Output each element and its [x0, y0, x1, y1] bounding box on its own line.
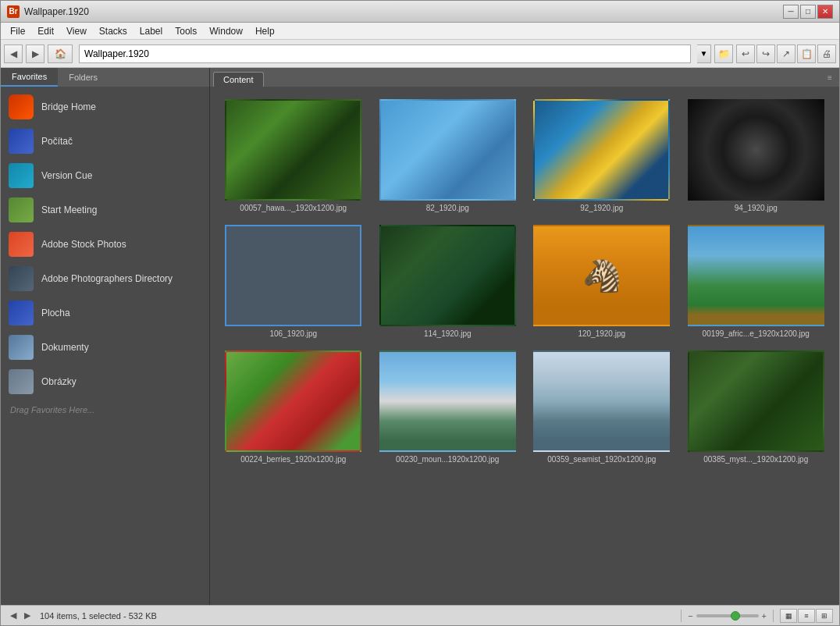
window-controls: ─ □ ✕ — [783, 5, 833, 19]
metadata-button[interactable]: 📋 — [797, 44, 816, 63]
toolbar: ◀ ▶ 🏠 Wallpaper.1920 ▼ 📁 ↩ ↪ ↗ 📋 🖨 — [1, 40, 839, 68]
start-meeting-label: Start Meeting — [41, 205, 97, 215]
statusbar-right: − + ▦ ≡ ⊞ — [678, 609, 833, 623]
pocitac-icon — [9, 129, 34, 154]
thumbnail-item[interactable]: 106_1920.jpg — [222, 225, 365, 338]
thumbnail-image — [225, 99, 361, 201]
sidebar-item-stock-photos[interactable]: Adobe Stock Photos — [1, 227, 209, 261]
thumbnail-item[interactable]: 00057_hawa..._1920x1200.jpg — [222, 99, 365, 212]
thumbnail-filename: 106_1920.jpg — [269, 329, 317, 338]
thumbnail-image — [533, 350, 670, 452]
sidebar-item-dokumenty[interactable]: Dokumenty — [1, 330, 209, 365]
thumbnail-filename: 82_1920.jpg — [426, 204, 469, 212]
content-tab-bar: Content ≡ — [210, 68, 839, 87]
view-btn-list[interactable]: ≡ — [798, 609, 815, 623]
view-btn-grid[interactable]: ▦ — [780, 609, 797, 623]
plocha-icon — [9, 301, 34, 325]
sidebar-item-obrazky[interactable]: Obrázky — [1, 365, 209, 399]
menubar: FileEditViewStacksLabelToolsWindowHelp — [1, 23, 839, 40]
tab-favorites[interactable]: Favorites — [1, 68, 58, 87]
sidebar-item-pocitac[interactable]: Počítač — [1, 124, 209, 158]
content-tab[interactable]: Content — [213, 72, 264, 87]
menu-item-window[interactable]: Window — [203, 24, 249, 38]
browse-button[interactable]: 📁 — [714, 44, 733, 63]
bridge-home-label: Bridge Home — [41, 101, 96, 112]
zoom-plus[interactable]: + — [762, 611, 767, 621]
statusbar-prev[interactable]: ◀ — [7, 610, 20, 622]
view-buttons: ▦ ≡ ⊞ — [780, 609, 833, 623]
sidebar-tabs: Favorites Folders — [1, 68, 209, 87]
obrazky-label: Obrázky — [41, 376, 77, 387]
boost-button[interactable]: ↗ — [777, 44, 796, 63]
sidebar-item-version-cue[interactable]: Version Cue — [1, 158, 209, 193]
thumbnail-filename: 00359_seamist_1920x1200.jpg — [547, 455, 656, 464]
sidebar-item-photographers[interactable]: Adobe Photographers Directory — [1, 261, 209, 296]
thumbnail-filename: 94_1920.jpg — [735, 204, 778, 212]
thumbnail-item[interactable]: 00199_afric...e_1920x1200.jpg — [685, 225, 828, 338]
thumbnail-image — [379, 99, 516, 201]
path-dropdown-arrow[interactable]: ▼ — [697, 44, 711, 63]
print-button[interactable]: 🖨 — [817, 44, 836, 63]
zoom-slider-container: − + — [688, 611, 767, 621]
menu-item-tools[interactable]: Tools — [169, 24, 203, 38]
rotate-left-button[interactable]: ↩ — [736, 44, 755, 63]
photographers-icon — [9, 266, 34, 291]
thumbnail-image — [688, 350, 824, 452]
main-area: Favorites Folders Bridge Home Počítač Ve… — [1, 68, 839, 605]
thumbnail-item[interactable]: 00230_moun...1920x1200.jpg — [377, 350, 519, 464]
main-window: Br Wallpaper.1920 ─ □ ✕ FileEditViewStac… — [0, 0, 840, 626]
close-button[interactable]: ✕ — [817, 5, 833, 19]
pocitac-label: Počítač — [41, 136, 73, 147]
toolbar-right-buttons: ↩ ↪ ↗ 📋 🖨 — [736, 44, 836, 63]
zebra-emoji: 🦓 — [582, 258, 621, 294]
scroll-top-right: ≡ — [824, 68, 836, 87]
thumbnail-item[interactable]: 114_1920.jpg — [377, 225, 519, 338]
statusbar-divider1 — [681, 610, 682, 622]
thumbnail-item[interactable]: 00385_myst..._1920x1200.jpg — [685, 350, 828, 464]
thumbnail-filename: 120_1920.jpg — [578, 329, 625, 338]
menu-item-view[interactable]: View — [60, 24, 93, 38]
thumbnail-item[interactable]: 94_1920.jpg — [685, 99, 828, 212]
thumbnail-image — [225, 225, 361, 326]
start-meeting-icon — [9, 197, 34, 222]
rotate-right-button[interactable]: ↪ — [756, 44, 775, 63]
thumbnail-item[interactable]: 82_1920.jpg — [377, 99, 519, 212]
menu-item-stacks[interactable]: Stacks — [93, 24, 133, 38]
statusbar-info: 104 items, 1 selected - 532 KB — [40, 611, 157, 621]
bridge-home-icon — [9, 94, 34, 119]
minimize-button[interactable]: ─ — [783, 5, 799, 19]
dokumenty-icon — [9, 335, 34, 360]
menu-item-file[interactable]: File — [4, 24, 31, 38]
forward-button[interactable]: ▶ — [26, 44, 44, 63]
zoom-slider-thumb[interactable] — [731, 611, 740, 621]
sidebar-item-bridge-home[interactable]: Bridge Home — [1, 90, 209, 124]
path-field[interactable]: Wallpaper.1920 — [79, 44, 691, 63]
zoom-minus[interactable]: − — [688, 611, 692, 621]
content-area: Content ≡ 00057_hawa..._1920x1200.jpg 82… — [210, 68, 839, 605]
thumbnail-item[interactable]: 00359_seamist_1920x1200.jpg — [531, 350, 673, 464]
tab-folders[interactable]: Folders — [58, 68, 109, 87]
obrazky-icon — [9, 369, 34, 394]
thumbnail-image — [225, 350, 361, 452]
statusbar-arrows: ◀ ▶ — [7, 610, 34, 622]
stock-photos-label: Adobe Stock Photos — [41, 239, 126, 250]
back-button[interactable]: ◀ — [4, 44, 23, 63]
maximize-button[interactable]: □ — [800, 5, 816, 19]
menu-item-edit[interactable]: Edit — [31, 24, 60, 38]
menu-item-label[interactable]: Label — [133, 24, 169, 38]
content-grid: 00057_hawa..._1920x1200.jpg 82_1920.jpg … — [210, 87, 839, 605]
thumbnail-item[interactable]: 🦓 120_1920.jpg — [531, 225, 673, 338]
view-btn-detail[interactable]: ⊞ — [816, 609, 833, 623]
thumbnail-image — [379, 225, 516, 326]
thumbnail-item[interactable]: 92_1920.jpg — [531, 99, 673, 212]
zoom-slider-track[interactable] — [696, 614, 759, 617]
home-button[interactable]: 🏠 — [48, 44, 73, 63]
thumbnail-filename: 00057_hawa..._1920x1200.jpg — [240, 204, 347, 212]
thumbnail-image — [533, 99, 670, 201]
menu-item-help[interactable]: Help — [249, 24, 281, 38]
sidebar-item-start-meeting[interactable]: Start Meeting — [1, 193, 209, 227]
statusbar-next[interactable]: ▶ — [21, 610, 34, 622]
thumbnail-filename: 92_1920.jpg — [580, 204, 623, 212]
sidebar-item-plocha[interactable]: Plocha — [1, 296, 209, 330]
thumbnail-item[interactable]: 00224_berries_1920x1200.jpg — [222, 350, 365, 464]
